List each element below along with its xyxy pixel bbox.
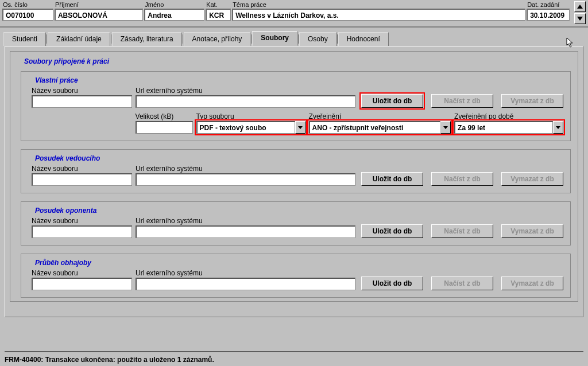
file-row-main: Název souboruUrl externího systémuUložit…: [32, 87, 563, 108]
save-to-db-button[interactable]: Uložit do db: [361, 224, 423, 238]
input-nazev[interactable]: [32, 225, 132, 238]
header-label: Jméno: [144, 1, 204, 8]
header-col-3: Kat.KCR: [206, 1, 231, 21]
chevron-down-icon[interactable]: [553, 121, 563, 134]
file-group-legend: Posudek oponenta: [32, 207, 100, 215]
label-nazev: Název souboru: [32, 165, 132, 173]
header-label: Příjmení: [55, 1, 143, 8]
tab-separator: [183, 34, 183, 44]
header-value[interactable]: 30.10.2009: [527, 9, 570, 21]
header-value[interactable]: KCR: [206, 9, 231, 21]
header-label: Os. číslo: [2, 1, 53, 8]
load-from-db-button[interactable]: Načíst z db: [431, 277, 493, 290]
file-row-options: Velikost (kB)Typ souboruZveřejněníZveřej…: [32, 112, 563, 134]
label-nazev: Název souboru: [32, 87, 132, 95]
label-nazev: Název souboru: [32, 217, 132, 225]
label-url: Url externího systému: [136, 87, 355, 95]
combo-input-typ[interactable]: [196, 121, 295, 134]
files-fieldset: Soubory připojené k práci Vlastní práceN…: [10, 51, 578, 302]
header-col-2: JménoAndrea: [144, 1, 204, 21]
chevron-down-icon[interactable]: [440, 121, 451, 134]
tab-hodnocen-[interactable]: Hodnocení: [338, 32, 389, 46]
load-from-db-button[interactable]: Načíst z db: [431, 172, 493, 186]
combo-input-zverejneni-po[interactable]: [454, 121, 553, 134]
delete-from-db-button[interactable]: Vymazat z db: [501, 224, 563, 238]
save-to-db-button[interactable]: Uložit do db: [361, 94, 423, 108]
header-label: Téma práce: [232, 1, 525, 8]
delete-from-db-button[interactable]: Vymazat z db: [501, 277, 563, 290]
label-url: Url externího systému: [136, 269, 355, 277]
tab-studenti[interactable]: Studenti: [3, 32, 46, 46]
file-group-3: Průběh obhajobyNázev souboruUrl externíh…: [21, 254, 571, 298]
file-group-legend: Posudek vedoucího: [32, 154, 103, 162]
combo-input-zverejneni[interactable]: [309, 121, 441, 134]
combo-typ[interactable]: [196, 121, 305, 134]
delete-from-db-button[interactable]: Vymazat z db: [501, 172, 563, 186]
delete-from-db-button[interactable]: Vymazat z db: [501, 94, 563, 108]
scroll-down-button[interactable]: [574, 13, 586, 24]
tab-separator: [251, 34, 252, 44]
combo-zverejneni-po[interactable]: [454, 121, 563, 134]
status-divider: [5, 351, 583, 352]
combo-zverejneni[interactable]: [309, 121, 451, 134]
label-url: Url externího systému: [136, 217, 355, 225]
tab-separator: [337, 34, 338, 44]
label-typ: Typ souboru: [196, 112, 305, 120]
input-url[interactable]: [136, 225, 355, 238]
status-area: FRM-40400: Transakce ukončena: použito a…: [0, 348, 588, 366]
scroll-up-button[interactable]: [574, 1, 586, 12]
input-url[interactable]: [136, 95, 355, 108]
file-group-1: Posudek vedoucíhoNázev souboruUrl extern…: [21, 149, 571, 193]
input-nazev[interactable]: [32, 278, 132, 290]
file-group-legend: Průběh obhajoby: [32, 259, 95, 267]
files-fieldset-legend: Soubory připojené k práci: [21, 57, 113, 65]
tab-body-soubory: Soubory připojené k práci Vlastní práceN…: [5, 46, 583, 317]
header-col-4: Téma práceWellness v Lázních Darkov, a.s…: [232, 1, 525, 21]
input-nazev[interactable]: [32, 95, 132, 108]
load-from-db-button[interactable]: Načíst z db: [431, 224, 493, 238]
label-nazev: Název souboru: [32, 269, 132, 277]
save-to-db-button[interactable]: Uložit do db: [361, 277, 423, 290]
save-to-db-button[interactable]: Uložit do db: [361, 172, 423, 186]
file-group-2: Posudek oponentaNázev souboruUrl externí…: [21, 201, 571, 246]
chevron-down-icon[interactable]: [295, 121, 305, 134]
file-row-main: Název souboruUrl externího systémuUložit…: [32, 269, 563, 290]
tab-soubory[interactable]: Soubory: [252, 31, 297, 46]
file-row-main: Název souboruUrl externího systémuUložit…: [32, 165, 563, 186]
header-col-1: PříjmeníABSOLONOVÁ: [55, 1, 143, 21]
label-zverejneni-po: Zveřejnění po době: [454, 112, 563, 120]
record-header: Os. čísloO070100PříjmeníABSOLONOVÁJménoA…: [0, 0, 588, 28]
header-value[interactable]: ABSOLONOVÁ: [55, 9, 143, 21]
header-value[interactable]: Andrea: [144, 9, 204, 21]
label-url: Url externího systému: [136, 165, 355, 173]
input-url[interactable]: [136, 173, 355, 186]
input-nazev[interactable]: [32, 173, 132, 186]
header-label: Dat. zadání: [527, 1, 570, 8]
tab-z-sady-literatura[interactable]: Zásady, literatura: [112, 32, 182, 46]
tab-bar: StudentiZákladní údajeZásady, literatura…: [0, 28, 588, 46]
file-group-0: Vlastní práceNázev souboruUrl externího …: [21, 71, 571, 141]
status-message: FRM-40400: Transakce ukončena: použito a…: [3, 355, 585, 365]
file-group-legend: Vlastní práce: [32, 76, 82, 84]
label-velikost: Velikost (kB): [136, 112, 193, 120]
header-value[interactable]: O070100: [2, 9, 53, 21]
tab-z-kladn-daje[interactable]: Základní údaje: [48, 32, 110, 46]
tab-separator: [111, 34, 111, 44]
header-value[interactable]: Wellness v Lázních Darkov, a.s.: [232, 9, 525, 21]
header-col-5: Dat. zadání30.10.2009: [527, 1, 570, 21]
tab-separator: [298, 34, 299, 44]
tab-anotace-p-lohy[interactable]: Anotace, přílohy: [184, 32, 251, 46]
input-velikost[interactable]: [136, 121, 193, 134]
input-url[interactable]: [136, 278, 355, 290]
file-row-main: Název souboruUrl externího systémuUložit…: [32, 217, 563, 238]
tab-separator: [47, 34, 47, 44]
label-zverejneni: Zveřejnění: [309, 112, 451, 120]
header-label: Kat.: [206, 1, 231, 8]
load-from-db-button[interactable]: Načíst z db: [431, 94, 493, 108]
header-col-0: Os. čísloO070100: [2, 1, 53, 21]
tab-osoby[interactable]: Osoby: [299, 32, 336, 46]
